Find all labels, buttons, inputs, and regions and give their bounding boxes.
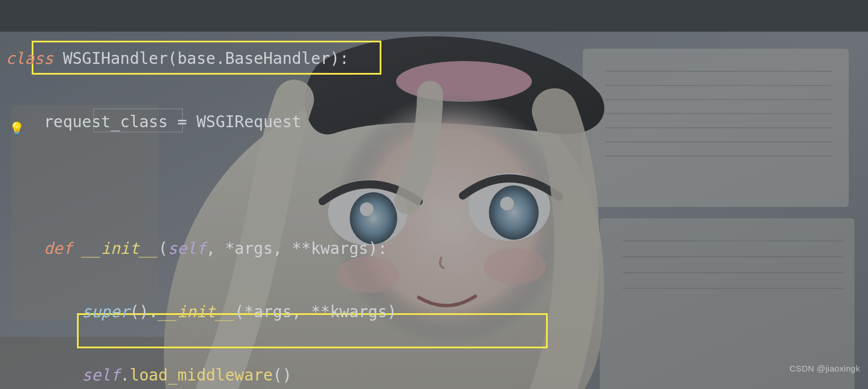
code-editor[interactable]: class WSGIHandler(base.BaseHandler): req… — [0, 0, 868, 389]
code-line: def __init__(self, *args, **kwargs): — [6, 233, 868, 265]
code-line — [6, 170, 868, 201]
code-line: self.load_middleware() — [6, 360, 868, 389]
code-line: super().__init__(*args, **kwargs) — [6, 296, 868, 328]
watermark: CSDN @jiaoxingk — [789, 353, 860, 384]
code-line: class WSGIHandler(base.BaseHandler): — [6, 43, 868, 75]
code-line: request_class = WSGIRequest — [6, 106, 868, 138]
